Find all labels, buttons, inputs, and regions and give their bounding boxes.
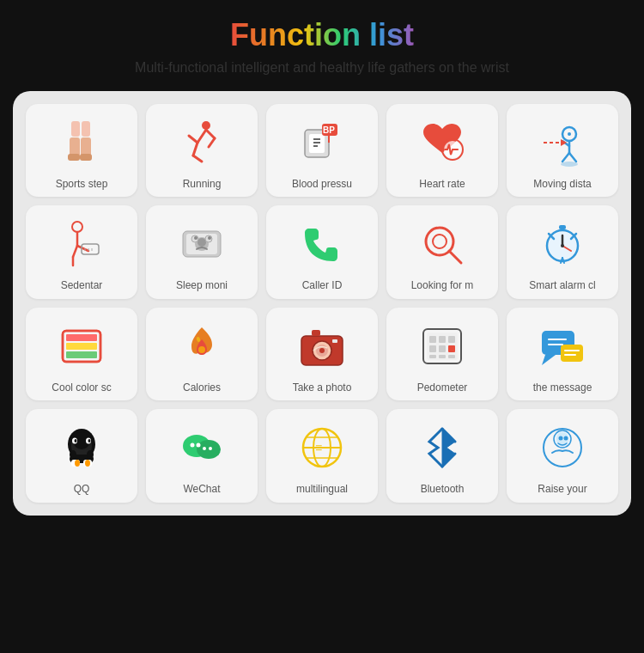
svg-rect-1: [82, 121, 90, 137]
svg-point-113: [197, 443, 201, 448]
raise-your-label: Raise your: [538, 483, 586, 495]
cool-color-icon: [52, 316, 112, 376]
grid-item-heart-rate[interactable]: Heart rate: [386, 104, 498, 197]
svg-point-114: [203, 447, 206, 450]
grid-item-cool-color[interactable]: Cool color sc: [26, 308, 137, 400]
grid-item-sports-step[interactable]: Sports step: [26, 104, 137, 197]
svg-rect-5: [80, 154, 92, 161]
bluetooth-icon: [412, 418, 472, 478]
svg-rect-61: [559, 225, 566, 229]
raise-your-icon: [532, 418, 592, 478]
moving-distance-icon: [532, 113, 592, 173]
svg-point-53: [433, 235, 447, 248]
svg-rect-2: [70, 137, 80, 156]
grid-item-wechat[interactable]: WeChat: [146, 409, 258, 502]
svg-rect-80: [429, 336, 436, 343]
smart-alarm-label: Smart alarm cl: [529, 279, 595, 291]
svg-point-48: [194, 236, 197, 240]
pedometer-label: Pedometer: [417, 381, 468, 394]
grid-item-running[interactable]: Running: [146, 104, 258, 197]
grid-item-blood-pressure[interactable]: BP Blood pressu: [266, 104, 378, 197]
svg-point-105: [85, 460, 90, 467]
grid-item-raise-your[interactable]: Raise your: [507, 409, 618, 502]
svg-line-28: [569, 153, 576, 162]
svg-rect-83: [429, 345, 436, 352]
svg-rect-86: [429, 355, 436, 358]
svg-point-33: [72, 222, 82, 232]
grid-item-pedometer[interactable]: Pedometer: [386, 308, 498, 400]
svg-point-50: [208, 236, 211, 240]
message-label: the message: [533, 381, 592, 394]
qq-icon: [52, 418, 112, 478]
svg-point-108: [75, 439, 77, 442]
svg-line-52: [449, 251, 461, 263]
svg-rect-91: [561, 345, 583, 362]
multilingual-icon: ≡: [292, 418, 352, 478]
svg-point-111: [197, 440, 221, 459]
grid-item-multilingual[interactable]: ≡ multilingual: [266, 409, 378, 502]
svg-rect-14: [309, 134, 325, 153]
svg-point-109: [88, 439, 91, 442]
svg-point-45: [197, 238, 206, 247]
svg-point-127: [559, 436, 563, 441]
function-grid-container: Sports step Running BP Blood pressu: [13, 91, 631, 516]
svg-point-30: [561, 162, 578, 167]
multilingual-label: multilingual: [296, 483, 348, 495]
svg-point-100: [70, 450, 76, 459]
grid-item-smart-alarm[interactable]: Smart alarm cl: [507, 205, 618, 298]
page-subtitle: Multi-functional intelligent and healthy…: [135, 60, 509, 76]
svg-point-75: [319, 348, 325, 353]
svg-rect-85: [448, 345, 455, 352]
smart-alarm-icon: [532, 214, 592, 274]
caller-id-icon: [292, 214, 352, 274]
svg-line-36: [73, 246, 77, 257]
svg-rect-88: [448, 355, 455, 358]
grid-item-caller-id[interactable]: Caller ID: [266, 205, 378, 298]
wechat-icon: [172, 418, 232, 478]
svg-text:≡: ≡: [315, 441, 322, 455]
svg-rect-67: [66, 351, 97, 358]
svg-rect-76: [312, 330, 320, 336]
svg-line-9: [193, 143, 197, 156]
svg-point-115: [209, 447, 212, 450]
blood-pressure-icon: BP: [292, 113, 352, 173]
qq-label: QQ: [74, 483, 90, 495]
svg-point-112: [191, 443, 195, 448]
moving-distance-label: Moving dista: [533, 178, 591, 190]
pedometer-icon: [412, 316, 472, 376]
looking-for-phone-label: Looking for m: [411, 279, 474, 291]
grid-item-moving-distance[interactable]: Moving dista: [507, 104, 618, 197]
svg-rect-0: [71, 121, 80, 137]
grid-item-sedentary[interactable]: Sedentar: [26, 205, 137, 298]
calories-icon: [172, 316, 232, 376]
cool-color-label: Cool color sc: [52, 381, 111, 394]
take-photo-icon: [292, 316, 352, 376]
grid-item-calories[interactable]: Calories: [146, 308, 258, 400]
svg-line-35: [77, 246, 88, 251]
svg-rect-84: [439, 345, 446, 352]
svg-point-128: [564, 436, 568, 441]
grid-item-sleep-monitor[interactable]: Sleep moni: [146, 205, 258, 298]
svg-line-11: [206, 130, 215, 138]
sports-step-label: Sports step: [56, 178, 108, 190]
function-grid: Sports step Running BP Blood pressu: [26, 104, 618, 503]
grid-item-bluetooth[interactable]: Bluetooth: [386, 409, 498, 502]
running-icon: [172, 113, 232, 173]
svg-line-8: [189, 136, 197, 143]
calories-label: Calories: [183, 381, 221, 394]
svg-point-104: [75, 460, 80, 467]
wechat-label: WeChat: [183, 483, 220, 495]
grid-item-message[interactable]: the message: [507, 308, 618, 400]
svg-line-7: [197, 130, 206, 143]
grid-item-take-photo[interactable]: Take a photo: [266, 308, 378, 400]
bluetooth-label: Bluetooth: [421, 483, 465, 495]
svg-rect-87: [439, 355, 446, 358]
page-title: Function list: [230, 17, 414, 53]
svg-rect-65: [66, 334, 97, 341]
svg-line-27: [562, 153, 569, 162]
message-icon: [532, 316, 592, 376]
svg-point-69: [198, 346, 205, 353]
svg-line-10: [193, 156, 202, 162]
grid-item-qq[interactable]: QQ: [26, 409, 137, 502]
grid-item-looking-for-phone[interactable]: Looking for m: [386, 205, 498, 298]
